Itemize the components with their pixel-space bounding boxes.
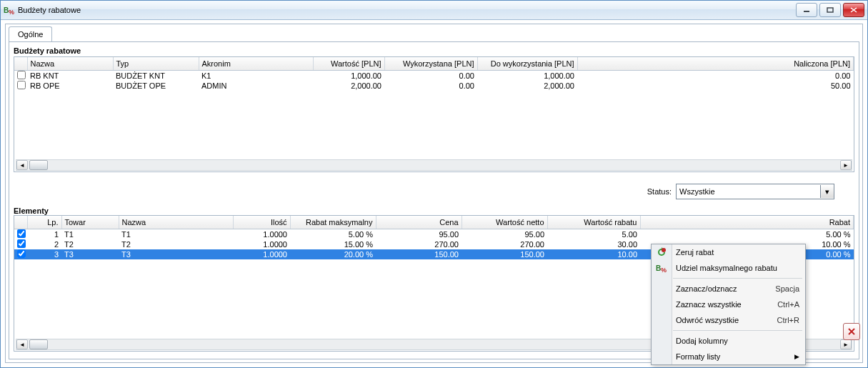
tab-row: Ogólne bbox=[9, 27, 859, 41]
window-title: Budżety rabatowe bbox=[18, 6, 796, 14]
col-value: Wartość [PLN] bbox=[313, 57, 384, 71]
col-rmax: Rabat maksymalny bbox=[290, 216, 376, 229]
maximize-button[interactable] bbox=[819, 3, 841, 17]
status-value: Wszystkie bbox=[677, 187, 820, 196]
svg-text:%: % bbox=[661, 267, 667, 274]
window: B% Budżety rabatowe Ogólne Budżety rabat… bbox=[0, 0, 868, 368]
status-combo[interactable]: Wszystkie ▾ bbox=[676, 184, 834, 199]
titlebar[interactable]: B% Budżety rabatowe bbox=[1, 1, 867, 20]
elements-header-row[interactable]: Lp. Towar Nazwa Ilość Rabat maksymalny C… bbox=[14, 216, 854, 229]
scroll-thumb[interactable] bbox=[29, 339, 48, 349]
col-ename: Nazwa bbox=[119, 216, 233, 229]
table-row[interactable]: 1T1T1 1.00005.00 % 95.0095.00 5.005.00 % bbox=[14, 229, 854, 240]
close-button[interactable] bbox=[843, 3, 864, 17]
tab-general[interactable]: Ogólne bbox=[9, 26, 52, 41]
submenu-arrow-icon: ▶ bbox=[794, 353, 799, 360]
row-checkbox[interactable] bbox=[14, 81, 27, 91]
menu-toggle[interactable]: Zaznacz/odznacz Spacja bbox=[652, 281, 805, 297]
menu-invert[interactable]: Odwróć wszystkie Ctrl+R bbox=[652, 312, 805, 328]
col-towar: Towar bbox=[61, 216, 119, 229]
scroll-left-icon[interactable]: ◄ bbox=[16, 160, 28, 170]
col-used: Wykorzystana [PLN] bbox=[384, 57, 477, 71]
row-checkbox[interactable] bbox=[14, 239, 27, 249]
menu-add-columns[interactable]: Dodaj kolumny bbox=[652, 333, 805, 349]
chevron-down-icon[interactable]: ▾ bbox=[820, 185, 834, 198]
svg-point-6 bbox=[662, 248, 666, 252]
col-rval: Wartość rabatu bbox=[547, 216, 640, 229]
menu-reset-rabat[interactable]: Zeruj rabat bbox=[652, 244, 805, 260]
row-checkbox[interactable] bbox=[14, 229, 27, 240]
col-name: Nazwa bbox=[27, 57, 113, 71]
col-acronym: Akronim bbox=[199, 57, 313, 71]
col-net: Wartość netto bbox=[462, 216, 547, 229]
context-menu[interactable]: Zeruj rabat B% Udziel maksymalnego rabat… bbox=[651, 244, 806, 365]
budgets-grid[interactable]: Nazwa Typ Akronim Wartość [PLN] Wykorzys… bbox=[14, 56, 854, 172]
col-lp: Lp. bbox=[27, 216, 61, 229]
minimize-button[interactable] bbox=[796, 3, 817, 17]
percent-icon: B% bbox=[654, 261, 669, 275]
table-row[interactable]: RB OPEBUDŻET OPEADMIN 2,000.000.00 2,000… bbox=[14, 81, 854, 91]
scroll-right-icon[interactable]: ► bbox=[840, 339, 852, 349]
scroll-left-icon[interactable]: ◄ bbox=[16, 339, 28, 349]
table-row[interactable]: RB KNTBUDŻET KNTK1 1,000.000.00 1,000.00… bbox=[14, 71, 854, 81]
col-accrued: Naliczona [PLN] bbox=[577, 57, 854, 71]
col-available: Do wykorzystania [PLN] bbox=[477, 57, 577, 71]
svg-rect-3 bbox=[827, 8, 833, 12]
panel-close-button[interactable] bbox=[843, 323, 860, 340]
scroll-thumb[interactable] bbox=[29, 160, 48, 170]
col-rpct: Rabat bbox=[640, 216, 854, 229]
col-type: Typ bbox=[113, 57, 199, 71]
reset-icon bbox=[654, 245, 669, 259]
col-qty: Ilość bbox=[233, 216, 290, 229]
svg-rect-2 bbox=[804, 11, 809, 12]
elements-title: Elementy bbox=[14, 207, 854, 215]
menu-list-formats[interactable]: Formaty listy ▶ bbox=[652, 349, 805, 364]
menu-select-all[interactable]: Zaznacz wszystkie Ctrl+A bbox=[652, 297, 805, 312]
budgets-header-row[interactable]: Nazwa Typ Akronim Wartość [PLN] Wykorzys… bbox=[14, 57, 854, 71]
col-price: Cena bbox=[376, 216, 462, 229]
row-checkbox[interactable] bbox=[14, 249, 27, 259]
menu-grant-max[interactable]: B% Udziel maksymalnego rabatu bbox=[652, 260, 805, 276]
status-label: Status: bbox=[647, 187, 672, 196]
scroll-right-icon[interactable]: ► bbox=[840, 160, 852, 170]
app-icon: B% bbox=[4, 4, 15, 16]
budgets-title: Budżety rabatowe bbox=[14, 46, 854, 55]
svg-text:%: % bbox=[9, 9, 14, 16]
budgets-hscroll[interactable]: ◄ ► bbox=[16, 159, 852, 171]
row-checkbox[interactable] bbox=[14, 71, 27, 81]
